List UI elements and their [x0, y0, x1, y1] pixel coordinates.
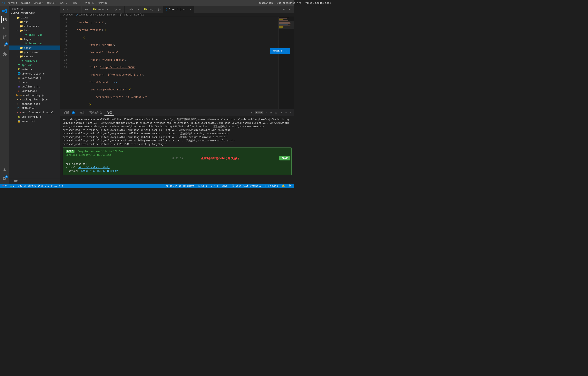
tree-item-env[interactable]: ⚡ .env: [10, 80, 60, 84]
settings-activity-icon[interactable]: 1: [1, 175, 8, 182]
tree-label-gitignore: .gitignore: [21, 89, 37, 92]
arrow-icon: ▾: [16, 29, 20, 32]
outline-section[interactable]: › 大纲: [10, 178, 60, 183]
tree-item-attendance[interactable]: › 📁 attendance: [10, 24, 60, 28]
menu-view[interactable]: 查看(V): [45, 1, 57, 5]
node-label: node: [255, 111, 263, 114]
tab-menu-js[interactable]: JS menu.js ...\stor: [91, 6, 125, 13]
notification-bell[interactable]: 🔔: [281, 184, 285, 187]
run-activity-icon[interactable]: 1: [1, 42, 8, 49]
tab-debug-console[interactable]: 调试控制台: [87, 110, 105, 116]
menu-run[interactable]: 运行(R): [71, 1, 83, 5]
tree-item-gitignore[interactable]: ⬡ .gitignore: [10, 89, 60, 93]
line-num: 13: [64, 58, 67, 62]
tree-item-money[interactable]: › 📁 money: [10, 45, 60, 50]
tree-item-editorconfig[interactable]: ⚙ .editorconfig: [10, 76, 60, 80]
main-layout: 1 1 资源管理器 ··· ▾ VUE-ELEMENTUI-HRM: [0, 6, 294, 183]
tree-item-yarn-lock[interactable]: 🔒 yarn.lock: [10, 119, 60, 123]
code-content[interactable]: "version": "0.2.0", "configurations": [ …: [69, 17, 278, 109]
source-control-activity-icon[interactable]: [1, 33, 8, 40]
folder-icon: 📁: [20, 46, 23, 49]
menu-edit[interactable]: 编辑(E): [20, 1, 32, 5]
tree-item-permission[interactable]: › 📁 permission: [10, 50, 60, 54]
step-over-icon[interactable]: ↓: [69, 8, 72, 11]
search-activity-icon[interactable]: [1, 25, 8, 32]
tree-item-readme[interactable]: M↓ README.md: [10, 106, 60, 110]
broadcast-icon[interactable]: 📡: [288, 184, 293, 187]
tab-output[interactable]: 输出: [77, 110, 87, 116]
tree-item-eslintrc[interactable]: ◉ .eslintrc.js: [10, 84, 60, 89]
tab-me[interactable]: me: [82, 6, 91, 13]
run-task-button[interactable]: ▶: [250, 111, 253, 115]
tree-item-login[interactable]: ▾ 📂 login: [10, 37, 60, 41]
step-into-icon[interactable]: ↑: [73, 8, 76, 11]
split-terminal-button[interactable]: ⊞: [269, 111, 273, 115]
indentation[interactable]: 空格: 2: [197, 184, 208, 187]
tree-item-login-index[interactable]: V index.vue: [10, 41, 60, 45]
run-debug-icon[interactable]: ▶: [62, 8, 65, 11]
sidebar-more-button[interactable]: ···: [53, 8, 58, 10]
tree-item-vue-config[interactable]: JS vue.config.js: [10, 115, 60, 119]
js-file-icon: JS: [17, 115, 21, 118]
local-url[interactable]: http://localhost:8080/: [78, 166, 110, 169]
menu-help[interactable]: 帮助(H): [97, 1, 109, 5]
network-url[interactable]: http://192.168.0.116:8080/: [81, 170, 118, 172]
new-terminal-button[interactable]: +: [265, 111, 268, 115]
line-endings[interactable]: CRLF: [221, 184, 228, 187]
stop-icon[interactable]: □: [77, 8, 80, 11]
tab-close-button[interactable]: ✕: [190, 8, 191, 11]
tree-item-main-js[interactable]: JS main.js: [10, 67, 60, 71]
tree-item-browserslistrc[interactable]: 🌐 .browserslistrc: [10, 71, 60, 76]
kill-terminal-button[interactable]: 🗑: [274, 111, 279, 115]
add-config-button[interactable]: 添加配置...: [270, 48, 290, 54]
breadcrumb-launch-json[interactable]: launch.json: [78, 13, 94, 16]
tree-item-package-lock[interactable]: { } package-lock.json: [10, 97, 60, 102]
tree-item-system[interactable]: › 📁 system: [10, 54, 60, 58]
breadcrumb-vuejs-firefox[interactable]: {} vuejs: firefox: [120, 13, 144, 16]
debug-profile[interactable]: vuejs: chrome (vue-elementui-hrm): [17, 184, 65, 187]
tab-login-js[interactable]: JS login.js: [142, 6, 163, 13]
root-folder[interactable]: ▾ VUE-ELEMENTUI-HRM: [10, 11, 60, 15]
line-num: 8: [64, 39, 67, 43]
split-editor-button[interactable]: ⊞: [283, 7, 285, 11]
tree-item-app-vue[interactable]: V App.vue: [10, 63, 60, 67]
warning-count[interactable]: ⚠ 1: [10, 184, 15, 187]
json-icon: { }: [17, 98, 21, 101]
babel-icon: babel: [17, 93, 21, 97]
tree-label-app-vue: App.vue: [21, 64, 32, 66]
menu-terminal[interactable]: 终端(T): [84, 1, 96, 5]
terminal-output[interactable]: entui-hrm\node_modules\ieee75469% buildi…: [60, 116, 294, 183]
maximize-panel-button[interactable]: ∧: [280, 111, 283, 115]
explorer-activity-icon[interactable]: [1, 16, 8, 23]
encoding[interactable]: UTF-8: [210, 184, 219, 187]
code-editor[interactable]: 2 3 4 5 6 7 8 9 10 11 12 13 14 15 "versi…: [60, 17, 294, 109]
tree-item-home-index[interactable]: V index.vue: [10, 32, 60, 37]
tab-launch-json[interactable]: ⬡ launch.json 1 ✕: [163, 6, 194, 13]
language-mode[interactable]: {} JSON with Comments: [231, 184, 262, 187]
tab-problems[interactable]: 问题 1: [62, 110, 77, 116]
menu-select[interactable]: 选择(S): [32, 1, 44, 5]
tab-index-js[interactable]: index.js: [125, 6, 142, 13]
more-actions-button[interactable]: ···: [287, 7, 293, 11]
tree-item-404[interactable]: › 📁 404: [10, 20, 60, 24]
tree-item-views[interactable]: › 📁 views: [10, 15, 60, 20]
tab-terminal[interactable]: 终端: [105, 110, 114, 116]
restart-icon[interactable]: ↺: [66, 8, 69, 11]
tree-item-package-json[interactable]: { } package.json: [10, 102, 60, 106]
menu-file[interactable]: 文件(F): [7, 1, 19, 5]
breadcrumb-vscode[interactable]: .vscode: [63, 13, 73, 16]
extensions-activity-icon[interactable]: [1, 51, 8, 58]
tree-item-vue-iml[interactable]: </> vue-elementui-hrm.iml: [10, 110, 60, 115]
editor-area: ▶ ↺ ↓ ↑ □ me JS menu.js ...\stor index.j…: [60, 6, 294, 183]
tree-item-babel[interactable]: babel babel.config.js: [10, 93, 60, 97]
menu-goto[interactable]: 转到(G): [58, 1, 70, 5]
go-live-button[interactable]: ⚡ Go Live: [264, 184, 279, 187]
breadcrumb-launch-targets[interactable]: Launch Targets: [97, 13, 117, 16]
tree-item-home[interactable]: ▾ 📂 home: [10, 28, 60, 32]
tree-item-main-vue[interactable]: V Main.vue: [10, 58, 60, 63]
account-activity-icon[interactable]: [1, 166, 8, 173]
close-panel-button[interactable]: ✕: [289, 111, 293, 115]
error-count[interactable]: ⊗ 0: [1, 184, 8, 187]
cursor-position[interactable]: 行 16，列 26 (已选择9): [165, 184, 195, 187]
restore-panel-button[interactable]: ∨: [284, 111, 288, 115]
